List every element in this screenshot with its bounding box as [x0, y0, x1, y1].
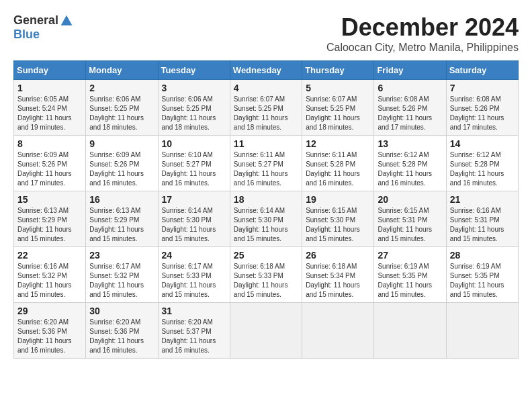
calendar-week-row: 22Sunrise: 6:16 AM Sunset: 5:32 PM Dayli… [14, 247, 519, 303]
day-number: 27 [378, 250, 442, 261]
month-title: December 2024 [326, 13, 519, 42]
day-number: 8 [17, 138, 82, 149]
table-row: 27Sunrise: 6:19 AM Sunset: 5:35 PM Dayli… [374, 247, 446, 303]
table-row: 26Sunrise: 6:18 AM Sunset: 5:34 PM Dayli… [302, 247, 374, 303]
day-info: Sunrise: 6:17 AM Sunset: 5:32 PM Dayligh… [89, 262, 154, 300]
day-number: 19 [306, 194, 370, 205]
day-info: Sunrise: 6:18 AM Sunset: 5:34 PM Dayligh… [306, 262, 370, 300]
table-row: 18Sunrise: 6:14 AM Sunset: 5:30 PM Dayli… [230, 191, 302, 247]
day-number: 5 [306, 83, 370, 93]
day-number: 18 [234, 194, 298, 205]
col-thursday: Thursday [302, 61, 374, 80]
logo-blue-text: Blue [13, 28, 40, 42]
day-info: Sunrise: 6:09 AM Sunset: 5:26 PM Dayligh… [17, 150, 82, 188]
table-row: 30Sunrise: 6:20 AM Sunset: 5:36 PM Dayli… [86, 303, 158, 359]
location: Caloocan City, Metro Manila, Philippines [326, 42, 519, 54]
day-number: 20 [378, 194, 442, 205]
calendar-week-row: 29Sunrise: 6:20 AM Sunset: 5:36 PM Dayli… [14, 303, 519, 359]
day-info: Sunrise: 6:14 AM Sunset: 5:30 PM Dayligh… [234, 206, 298, 244]
table-row: 7Sunrise: 6:08 AM Sunset: 5:26 PM Daylig… [446, 80, 518, 136]
day-info: Sunrise: 6:20 AM Sunset: 5:36 PM Dayligh… [17, 318, 82, 355]
day-number: 10 [162, 138, 226, 149]
day-info: Sunrise: 6:20 AM Sunset: 5:37 PM Dayligh… [162, 318, 226, 355]
col-tuesday: Tuesday [158, 61, 230, 80]
table-row: 17Sunrise: 6:14 AM Sunset: 5:30 PM Dayli… [158, 191, 230, 247]
col-monday: Monday [86, 61, 158, 80]
day-info: Sunrise: 6:08 AM Sunset: 5:26 PM Dayligh… [378, 95, 442, 132]
page-header: General Blue December 2024 Caloocan City… [13, 13, 519, 54]
day-number: 13 [378, 138, 442, 149]
table-row: 25Sunrise: 6:18 AM Sunset: 5:33 PM Dayli… [230, 247, 302, 303]
table-row: 2Sunrise: 6:06 AM Sunset: 5:25 PM Daylig… [86, 80, 158, 136]
day-number: 22 [17, 250, 82, 261]
table-row: 31Sunrise: 6:20 AM Sunset: 5:37 PM Dayli… [158, 303, 230, 359]
logo-icon [60, 14, 73, 28]
day-info: Sunrise: 6:06 AM Sunset: 5:25 PM Dayligh… [89, 95, 154, 132]
table-row: 21Sunrise: 6:16 AM Sunset: 5:31 PM Dayli… [446, 191, 518, 247]
day-info: Sunrise: 6:14 AM Sunset: 5:30 PM Dayligh… [162, 206, 226, 244]
day-number: 24 [162, 250, 226, 261]
day-number: 30 [89, 306, 154, 316]
table-row: 12Sunrise: 6:11 AM Sunset: 5:28 PM Dayli… [302, 136, 374, 191]
day-info: Sunrise: 6:11 AM Sunset: 5:28 PM Dayligh… [306, 150, 370, 188]
day-number: 9 [89, 138, 154, 149]
day-info: Sunrise: 6:11 AM Sunset: 5:27 PM Dayligh… [234, 150, 298, 188]
table-row: 9Sunrise: 6:09 AM Sunset: 5:26 PM Daylig… [86, 136, 158, 191]
day-info: Sunrise: 6:18 AM Sunset: 5:33 PM Dayligh… [234, 262, 298, 300]
day-number: 4 [234, 83, 298, 93]
col-friday: Friday [374, 61, 446, 80]
day-info: Sunrise: 6:09 AM Sunset: 5:26 PM Dayligh… [89, 150, 154, 188]
title-section: December 2024 Caloocan City, Metro Manil… [326, 13, 519, 54]
day-info: Sunrise: 6:15 AM Sunset: 5:30 PM Dayligh… [306, 206, 370, 244]
svg-marker-0 [61, 15, 73, 25]
table-row [446, 303, 518, 359]
table-row: 3Sunrise: 6:06 AM Sunset: 5:25 PM Daylig… [158, 80, 230, 136]
table-row: 13Sunrise: 6:12 AM Sunset: 5:28 PM Dayli… [374, 136, 446, 191]
day-number: 11 [234, 138, 298, 149]
day-info: Sunrise: 6:16 AM Sunset: 5:31 PM Dayligh… [450, 206, 515, 244]
logo-general-text: General [13, 13, 58, 28]
table-row: 5Sunrise: 6:07 AM Sunset: 5:25 PM Daylig… [302, 80, 374, 136]
table-row: 11Sunrise: 6:11 AM Sunset: 5:27 PM Dayli… [230, 136, 302, 191]
day-number: 31 [162, 306, 226, 316]
table-row: 15Sunrise: 6:13 AM Sunset: 5:29 PM Dayli… [14, 191, 86, 247]
day-info: Sunrise: 6:19 AM Sunset: 5:35 PM Dayligh… [450, 262, 515, 300]
day-number: 25 [234, 250, 298, 261]
day-number: 26 [306, 250, 370, 261]
day-number: 15 [17, 194, 82, 205]
day-number: 16 [89, 194, 154, 205]
day-number: 7 [450, 83, 515, 93]
calendar-week-row: 1Sunrise: 6:05 AM Sunset: 5:24 PM Daylig… [14, 80, 519, 136]
day-info: Sunrise: 6:12 AM Sunset: 5:28 PM Dayligh… [450, 150, 515, 188]
table-row: 23Sunrise: 6:17 AM Sunset: 5:32 PM Dayli… [86, 247, 158, 303]
col-sunday: Sunday [14, 61, 86, 80]
table-row: 29Sunrise: 6:20 AM Sunset: 5:36 PM Dayli… [14, 303, 86, 359]
day-info: Sunrise: 6:08 AM Sunset: 5:26 PM Dayligh… [450, 95, 515, 132]
table-row: 28Sunrise: 6:19 AM Sunset: 5:35 PM Dayli… [446, 247, 518, 303]
day-info: Sunrise: 6:15 AM Sunset: 5:31 PM Dayligh… [378, 206, 442, 244]
day-number: 17 [162, 194, 226, 205]
col-saturday: Saturday [446, 61, 518, 80]
day-info: Sunrise: 6:07 AM Sunset: 5:25 PM Dayligh… [306, 95, 370, 132]
logo: General Blue [13, 13, 73, 42]
day-number: 28 [450, 250, 515, 261]
day-info: Sunrise: 6:19 AM Sunset: 5:35 PM Dayligh… [378, 262, 442, 300]
day-number: 1 [17, 83, 82, 93]
day-info: Sunrise: 6:20 AM Sunset: 5:36 PM Dayligh… [89, 318, 154, 355]
calendar-header-row: Sunday Monday Tuesday Wednesday Thursday… [14, 61, 519, 80]
day-info: Sunrise: 6:12 AM Sunset: 5:28 PM Dayligh… [378, 150, 442, 188]
table-row: 14Sunrise: 6:12 AM Sunset: 5:28 PM Dayli… [446, 136, 518, 191]
table-row: 1Sunrise: 6:05 AM Sunset: 5:24 PM Daylig… [14, 80, 86, 136]
day-number: 14 [450, 138, 515, 149]
table-row [302, 303, 374, 359]
day-number: 12 [306, 138, 370, 149]
day-info: Sunrise: 6:16 AM Sunset: 5:32 PM Dayligh… [17, 262, 82, 300]
calendar-week-row: 15Sunrise: 6:13 AM Sunset: 5:29 PM Dayli… [14, 191, 519, 247]
table-row: 4Sunrise: 6:07 AM Sunset: 5:25 PM Daylig… [230, 80, 302, 136]
table-row: 22Sunrise: 6:16 AM Sunset: 5:32 PM Dayli… [14, 247, 86, 303]
day-info: Sunrise: 6:07 AM Sunset: 5:25 PM Dayligh… [234, 95, 298, 132]
day-info: Sunrise: 6:13 AM Sunset: 5:29 PM Dayligh… [17, 206, 82, 244]
day-info: Sunrise: 6:10 AM Sunset: 5:27 PM Dayligh… [162, 150, 226, 188]
calendar-week-row: 8Sunrise: 6:09 AM Sunset: 5:26 PM Daylig… [14, 136, 519, 191]
calendar-table: Sunday Monday Tuesday Wednesday Thursday… [13, 60, 519, 359]
